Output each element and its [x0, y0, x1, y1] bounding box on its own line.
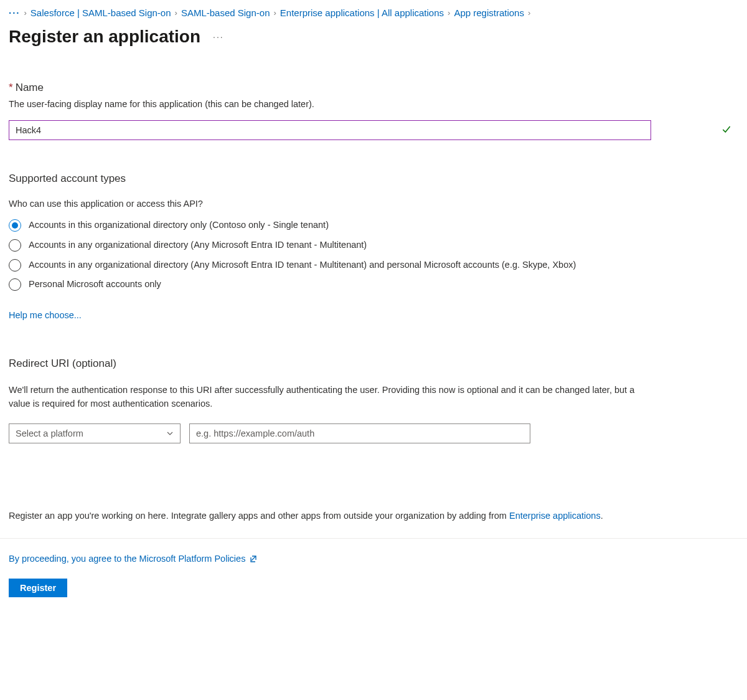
redirect-uri-description: We'll return the authentication response…	[9, 384, 656, 411]
footer-note: Register an app you're working on here. …	[9, 511, 738, 521]
breadcrumb-item[interactable]: App registrations	[454, 7, 524, 18]
name-hint: The user-facing display name for this ap…	[9, 99, 738, 109]
more-actions-icon[interactable]: ···	[213, 32, 224, 42]
chevron-right-icon: ›	[175, 8, 177, 17]
radio-icon	[9, 219, 21, 232]
external-link-icon	[249, 554, 258, 563]
radio-label: Accounts in any organizational directory…	[29, 258, 576, 272]
radio-option-multitenant[interactable]: Accounts in any organizational directory…	[9, 239, 738, 252]
radio-label: Personal Microsoft accounts only	[29, 278, 161, 291]
platform-select-placeholder: Select a platform	[16, 428, 83, 438]
breadcrumb-item[interactable]: Salesforce | SAML-based Sign-on	[31, 7, 171, 18]
radio-option-multitenant-personal[interactable]: Accounts in any organizational directory…	[9, 258, 738, 272]
chevron-right-icon: ›	[528, 8, 530, 17]
name-input[interactable]	[9, 120, 651, 140]
breadcrumb: ··· › Salesforce | SAML-based Sign-on › …	[9, 7, 738, 18]
chevron-right-icon: ›	[24, 8, 27, 17]
breadcrumb-item[interactable]: Enterprise applications | All applicatio…	[280, 7, 444, 18]
chevron-right-icon: ›	[448, 8, 450, 17]
redirect-uri-input[interactable]	[189, 423, 530, 443]
name-label: *Name	[9, 82, 738, 94]
radio-icon	[9, 239, 21, 252]
help-me-choose-link[interactable]: Help me choose...	[9, 310, 82, 320]
divider	[0, 538, 747, 539]
breadcrumb-overflow-icon[interactable]: ···	[9, 7, 21, 18]
account-types-radio-group: Accounts in this organizational director…	[9, 219, 738, 291]
page-title: Register an application	[9, 27, 200, 47]
chevron-right-icon: ›	[273, 8, 276, 17]
radio-label: Accounts in this organizational director…	[29, 219, 329, 232]
radio-option-single-tenant[interactable]: Accounts in this organizational director…	[9, 219, 738, 232]
radio-option-personal-only[interactable]: Personal Microsoft accounts only	[9, 278, 738, 291]
redirect-uri-title: Redirect URI (optional)	[9, 357, 738, 370]
enterprise-applications-link[interactable]: Enterprise applications	[509, 511, 601, 521]
platform-select[interactable]: Select a platform	[9, 423, 181, 443]
account-types-title: Supported account types	[9, 173, 738, 185]
register-button[interactable]: Register	[9, 579, 67, 597]
chevron-down-icon	[166, 430, 174, 437]
radio-icon	[9, 278, 21, 291]
required-indicator: *	[9, 82, 13, 93]
platform-policies-link[interactable]: By proceeding, you agree to the Microsof…	[9, 554, 258, 564]
radio-icon	[9, 259, 21, 272]
account-types-question: Who can use this application or access t…	[9, 199, 738, 209]
radio-label: Accounts in any organizational directory…	[29, 239, 367, 252]
breadcrumb-item[interactable]: SAML-based Sign-on	[181, 7, 270, 18]
checkmark-icon	[721, 124, 732, 137]
